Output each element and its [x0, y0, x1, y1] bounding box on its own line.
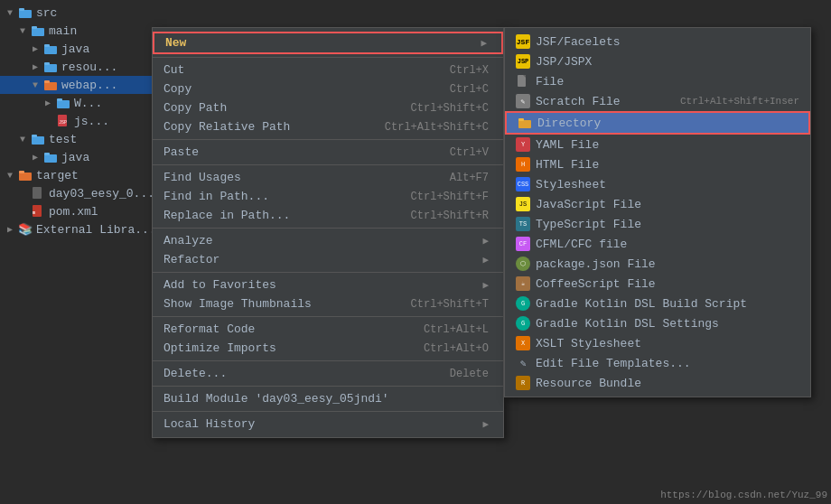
submenu-label: JSF/Facelets [536, 35, 621, 49]
submenu-label: YAML File [536, 138, 599, 152]
submenu-label: Gradle Kotlin DSL Build Script [536, 297, 747, 311]
submenu-item-package-json[interactable]: ⬡ package.json File [505, 254, 810, 274]
menu-item-cut[interactable]: Cut Ctrl+X [153, 61, 503, 79]
tree-arrow: ▶ [33, 152, 43, 163]
tree-item-ext-libs[interactable]: ▶ 📚 External Libra... [0, 220, 154, 238]
svg-rect-17 [44, 153, 50, 155]
menu-label: Show Image Thumbnails [163, 297, 312, 311]
tree-item-web-inf[interactable]: ▶ W... [0, 94, 154, 112]
folder-icon [43, 150, 58, 164]
pkg-icon: ⬡ [516, 257, 530, 271]
menu-item-reformat[interactable]: Reformat Code Ctrl+Alt+L [153, 320, 503, 339]
shortcut-label: Ctrl+C [450, 83, 489, 96]
submenu-label: Resource Bundle [536, 377, 641, 390]
new-submenu: JSF JSF/Facelets JSP JSP/JSPX File ✎ Scr… [504, 27, 811, 397]
svg-rect-16 [44, 154, 57, 163]
tree-label: java [61, 42, 89, 56]
svg-rect-9 [44, 80, 50, 83]
tree-item-webapp[interactable]: ▼ webap... [0, 76, 154, 94]
svg-rect-3 [32, 26, 37, 29]
menu-label: New [165, 36, 186, 50]
submenu-item-gradle-build[interactable]: G Gradle Kotlin DSL Build Script [505, 294, 810, 313]
menu-item-delete[interactable]: Delete... Delete [153, 364, 503, 383]
submenu-item-css[interactable]: CSS Stylesheet [505, 174, 810, 194]
tree-label: webap... [61, 79, 117, 92]
submenu-item-edit-templates[interactable]: ✎ Edit File Templates... [505, 353, 810, 373]
svg-rect-7 [44, 62, 50, 65]
menu-item-copy[interactable]: Copy Ctrl+C [153, 79, 503, 98]
tree-item-js-file[interactable]: JSP js... [0, 112, 154, 130]
context-menu: New ▶ Cut Ctrl+X Copy Ctrl+C Copy Path C… [152, 27, 504, 438]
submenu-label: Stylesheet [536, 178, 606, 191]
menu-item-copy-path[interactable]: Copy Path Ctrl+Shift+C [153, 98, 503, 117]
tree-label: java [61, 151, 89, 164]
submenu-item-jsp[interactable]: JSP JSP/JSPX [505, 51, 810, 71]
submenu-arrow-icon: ▶ [482, 235, 489, 247]
menu-label: Copy Relative Path [163, 120, 290, 134]
submenu-label: CoffeeScript File [536, 277, 656, 291]
shortcut-label: Ctrl+Alt+Shift+Inser [680, 96, 799, 107]
menu-item-find-usages[interactable]: Find Usages Alt+F7 [153, 168, 503, 187]
menu-item-find-in-path[interactable]: Find in Path... Ctrl+Shift+F [153, 187, 503, 206]
folder-icon [43, 42, 58, 56]
svg-rect-23 [518, 75, 526, 87]
menu-separator [153, 164, 503, 165]
submenu-item-js[interactable]: JS JavaScript File [505, 194, 810, 214]
edit-icon: ✎ [516, 356, 530, 370]
tree-item-day03[interactable]: day03_eesy_0... [0, 184, 154, 202]
submenu-item-directory[interactable]: Directory [505, 111, 810, 135]
menu-item-paste[interactable]: Paste Ctrl+V [153, 143, 503, 162]
submenu-arrow-icon: ▶ [482, 279, 489, 291]
tree-label: day03_eesy_0... [49, 187, 154, 201]
svg-rect-18 [19, 173, 32, 181]
folder-icon [43, 60, 58, 74]
submenu-item-coffee[interactable]: ☕ CoffeeScript File [505, 274, 810, 294]
tree-item-test-java[interactable]: ▶ java [0, 148, 154, 166]
submenu-item-yaml[interactable]: Y YAML File [505, 135, 810, 154]
jsp-icon: JSP [516, 54, 530, 69]
menu-separator [153, 360, 503, 361]
menu-item-build-module[interactable]: Build Module 'day03_eesy_05jndi' [153, 389, 503, 408]
menu-item-add-favorites[interactable]: Add to Favorites ▶ [153, 275, 503, 294]
submenu-item-resource-bundle[interactable]: R Resource Bundle [505, 373, 810, 393]
menu-item-new[interactable]: New ▶ [153, 32, 503, 54]
menu-item-analyze[interactable]: Analyze ▶ [153, 231, 503, 250]
shortcut-label: Ctrl+Alt+L [424, 323, 489, 336]
menu-item-copy-rel-path[interactable]: Copy Relative Path Ctrl+Alt+Shift+C [153, 117, 503, 136]
tree-item-src[interactable]: ▼ src [0, 4, 154, 22]
menu-item-optimize-imports[interactable]: Optimize Imports Ctrl+Alt+O [153, 339, 503, 358]
tree-item-main[interactable]: ▼ main [0, 22, 154, 40]
tree-label: src [36, 6, 57, 20]
submenu-item-file[interactable]: File [505, 71, 810, 91]
tree-item-java[interactable]: ▶ java [0, 40, 154, 58]
submenu-item-ts[interactable]: TS TypeScript File [505, 214, 810, 234]
menu-item-refactor[interactable]: Refactor ▶ [153, 250, 503, 269]
submenu-item-jsf[interactable]: JSF JSF/Facelets [505, 32, 810, 51]
tree-item-resources[interactable]: ▶ resou... [0, 58, 154, 76]
tree-arrow: ▼ [20, 26, 31, 36]
js-icon: JS [516, 197, 530, 211]
svg-rect-24 [518, 120, 531, 128]
gradle-icon: G [516, 316, 530, 331]
svg-text:JSP: JSP [59, 120, 67, 126]
shortcut-label: Ctrl+Shift+F [411, 191, 489, 203]
tree-item-pom[interactable]: m pom.xml [0, 202, 154, 220]
menu-item-show-thumbnails[interactable]: Show Image Thumbnails Ctrl+Shift+T [153, 294, 503, 313]
menu-separator [153, 386, 503, 387]
menu-item-local-history[interactable]: Local History ▶ [153, 415, 503, 434]
submenu-item-scratch[interactable]: ✎ Scratch File Ctrl+Alt+Shift+Inser [505, 91, 810, 111]
menu-item-replace-in-path[interactable]: Replace in Path... Ctrl+Shift+R [153, 206, 503, 225]
file-tree: ▼ src ▼ main ▶ java ▶ resou... ▼ webap..… [0, 0, 154, 504]
tree-item-test[interactable]: ▼ test [0, 130, 154, 148]
folder-icon [31, 132, 45, 146]
submenu-item-cfml[interactable]: CF CFML/CFC file [505, 234, 810, 254]
submenu-item-xslt[interactable]: X XSLT Stylesheet [505, 333, 810, 353]
tree-label: test [49, 133, 77, 146]
menu-label: Paste [163, 145, 199, 159]
svg-rect-15 [32, 135, 37, 137]
tree-item-target[interactable]: ▼ target [0, 166, 154, 184]
file-icon [516, 74, 530, 89]
submenu-label: TypeScript File [536, 218, 641, 231]
submenu-item-html[interactable]: H HTML File [505, 154, 810, 174]
submenu-item-gradle-settings[interactable]: G Gradle Kotlin DSL Settings [505, 313, 810, 333]
